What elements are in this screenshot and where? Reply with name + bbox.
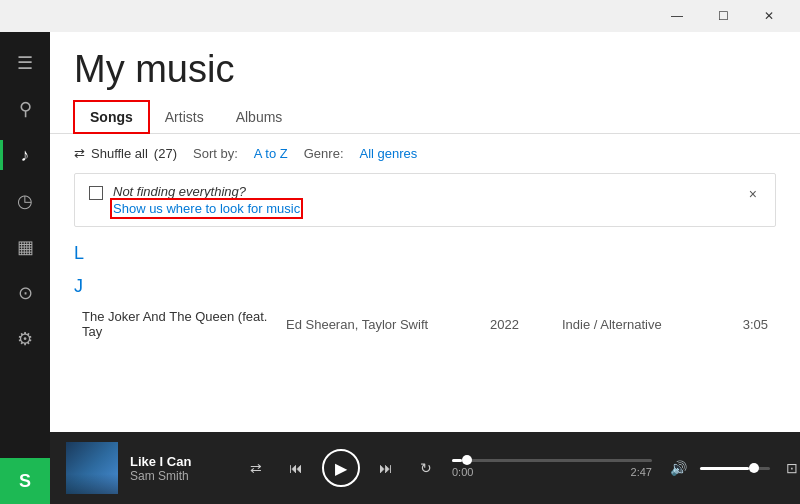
page-header: My music Songs Artists Albums [50, 32, 800, 134]
now-playing-title: Like I Can [130, 454, 230, 469]
genre-value[interactable]: All genres [360, 146, 418, 161]
minimize-button[interactable]: — [654, 0, 700, 32]
previous-button[interactable]: ⏮ [282, 454, 310, 482]
toolbar: ⇄ Shuffle all (27) Sort by: A to Z Genre… [50, 134, 800, 173]
now-playing-artist: Sam Smith [130, 469, 230, 483]
close-button[interactable]: ✕ [746, 0, 792, 32]
screen-button[interactable]: ⊡ [778, 454, 800, 482]
shuffle-count: (27) [154, 146, 177, 161]
banner-text: Not finding everything? Show us where to… [113, 184, 300, 216]
song-year: 2022 [490, 317, 550, 332]
volume-fill [700, 467, 749, 470]
sidebar-gear-icon[interactable]: ⚙ [0, 316, 50, 362]
current-time: 0:00 [452, 466, 473, 478]
repeat-button[interactable]: ↻ [412, 454, 440, 482]
song-artist: Ed Sheeran, Taylor Swift [286, 317, 478, 332]
now-playing-bar: Like I Can Sam Smith ⇄ ⏮ ▶ ⏭ ↻ 0:00 2:47 [50, 432, 800, 504]
album-art [66, 442, 118, 494]
playback-controls: ⇄ ⏮ ▶ ⏭ ↻ [242, 449, 440, 487]
song-duration: 3:05 [718, 317, 768, 332]
progress-fill [452, 459, 462, 462]
sidebar-chart-icon[interactable]: ▦ [0, 224, 50, 270]
sidebar-search-icon[interactable]: ⚲ [0, 86, 50, 132]
play-pause-button[interactable]: ▶ [322, 449, 360, 487]
shuffle-icon: ⇄ [74, 146, 85, 161]
song-list: L J The Joker And The Queen (feat. Tay E… [50, 235, 800, 432]
progress-bar-area: 0:00 2:47 [452, 459, 652, 478]
now-playing-info: Like I Can Sam Smith [130, 454, 230, 483]
volume-slider[interactable] [700, 467, 770, 470]
table-row[interactable]: The Joker And The Queen (feat. Tay Ed Sh… [74, 301, 776, 347]
progress-thumb[interactable] [462, 455, 472, 465]
section-letter-l: L [74, 235, 776, 268]
sidebar-menu-icon[interactable]: ☰ [0, 40, 50, 86]
sidebar-spotify-icon[interactable]: S [0, 458, 50, 504]
banner-title: Not finding everything? [113, 184, 300, 199]
shuffle-playback-button[interactable]: ⇄ [242, 454, 270, 482]
app-body: ☰ ⚲ ♪ ◷ ▦ ⊙ ⚙ S My music Songs Artists A… [0, 32, 800, 504]
page-title: My music [74, 48, 776, 91]
banner-content: Not finding everything? Show us where to… [89, 184, 300, 216]
sidebar-clock-icon[interactable]: ◷ [0, 178, 50, 224]
banner-link[interactable]: Show us where to look for music [113, 201, 300, 216]
title-bar: — ☐ ✕ [0, 0, 800, 32]
tabs-bar: Songs Artists Albums [50, 101, 800, 134]
volume-controls: 🔊 ⊡ ··· [664, 454, 800, 482]
tab-artists[interactable]: Artists [149, 101, 220, 133]
sidebar-user-icon[interactable]: ⊙ [0, 270, 50, 316]
banner-close-button[interactable]: × [745, 184, 761, 204]
section-letter-j: J [74, 268, 776, 301]
total-time: 2:47 [631, 466, 652, 478]
tab-albums[interactable]: Albums [220, 101, 299, 133]
volume-bar [700, 467, 770, 470]
sort-by-label: Sort by: [193, 146, 238, 161]
genre-label: Genre: [304, 146, 344, 161]
time-display: 0:00 2:47 [452, 466, 652, 478]
sidebar-music-icon[interactable]: ♪ [0, 132, 50, 178]
content-area: My music Songs Artists Albums ⇄ Shuffle … [50, 32, 800, 504]
volume-icon[interactable]: 🔊 [664, 454, 692, 482]
song-title: The Joker And The Queen (feat. Tay [82, 309, 274, 339]
shuffle-label: Shuffle all [91, 146, 148, 161]
shuffle-button[interactable]: ⇄ Shuffle all (27) [74, 146, 177, 161]
song-genre: Indie / Alternative [562, 317, 706, 332]
sidebar: ☰ ⚲ ♪ ◷ ▦ ⊙ ⚙ S [0, 32, 50, 504]
volume-thumb[interactable] [749, 463, 759, 473]
maximize-button[interactable]: ☐ [700, 0, 746, 32]
sort-by-value[interactable]: A to Z [254, 146, 288, 161]
next-button[interactable]: ⏭ [372, 454, 400, 482]
banner-checkbox[interactable] [89, 186, 103, 200]
tab-songs[interactable]: Songs [74, 101, 149, 133]
banner: Not finding everything? Show us where to… [74, 173, 776, 227]
progress-bar[interactable] [452, 459, 652, 462]
